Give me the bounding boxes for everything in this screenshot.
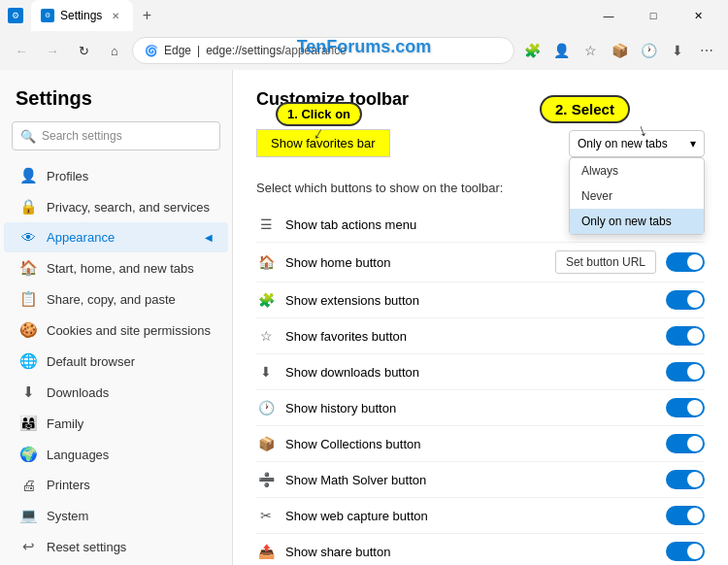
sidebar-icon-cookies: 🍪 [19, 321, 37, 339]
select-annotation: 2. Select [540, 95, 630, 123]
address-input[interactable]: 🌀 Edge | edge://settings/appearance [132, 37, 514, 64]
row-icon-downloads-btn: ⬇ [256, 362, 276, 382]
sidebar-icon-default-browser: 🌐 [19, 352, 37, 370]
downloads-toolbar-icon[interactable]: ⬇ [664, 37, 691, 64]
home-nav-button[interactable]: ⌂ [101, 37, 128, 64]
sidebar-item-printers[interactable]: 🖨 Printers [4, 470, 228, 500]
new-tab-button[interactable]: + [133, 2, 160, 29]
window-controls: — □ ✕ [586, 0, 720, 31]
sidebar-label-downloads: Downloads [47, 385, 109, 400]
toggle-web-capture[interactable] [666, 506, 705, 525]
settings-tab[interactable]: ⚙ Settings ✕ [31, 0, 133, 31]
row-icon-share: 📤 [256, 542, 276, 561]
toggle-extensions[interactable] [666, 290, 705, 310]
sidebar-icon-privacy: 🔒 [19, 198, 37, 216]
content-area: Customize toolbar Show favorites bar 1. … [233, 70, 728, 565]
main-layout: Settings 🔍 Search settings 👤 Profiles 🔒 … [0, 70, 728, 565]
tab-favicon: ⚙ [41, 9, 54, 22]
toggle-favorites[interactable] [666, 326, 705, 346]
history-toolbar-icon[interactable]: 🕐 [635, 37, 662, 64]
chevron-down-icon: ▾ [690, 137, 696, 150]
sidebar-label-system: System [47, 509, 88, 523]
forward-button[interactable]: → [39, 37, 66, 64]
toolbar-rows-container: ☰ Show tab actions menu 🏠 Show home butt… [256, 207, 705, 565]
toggle-share[interactable] [666, 542, 705, 561]
title-bar-left: ⚙ [8, 8, 23, 23]
sidebar-icon-system: 💻 [19, 507, 37, 524]
search-box[interactable]: 🔍 Search settings [12, 121, 220, 150]
sidebar-item-default-browser[interactable]: 🌐 Default browser [4, 346, 228, 377]
title-bar: ⚙ ⚙ Settings ✕ + — □ ✕ [0, 0, 728, 31]
sidebar-icon-profiles: 👤 [19, 167, 37, 184]
sidebar-item-start-home[interactable]: 🏠 Start, home, and new tabs [4, 252, 228, 283]
close-button[interactable]: ✕ [676, 0, 720, 31]
sidebar-item-cookies[interactable]: 🍪 Cookies and site permissions [4, 315, 228, 346]
sidebar-label-family: Family [47, 416, 83, 431]
row-icon-math-solver: ➗ [256, 470, 276, 489]
sidebar-items-list: 👤 Profiles 🔒 Privacy, search, and servic… [0, 160, 232, 565]
dropdown-option-always[interactable]: Always [570, 158, 704, 183]
row-icon-home-button: 🏠 [256, 252, 276, 272]
tab-area: ⚙ Settings ✕ + [31, 0, 582, 31]
sidebar-label-printers: Printers [47, 478, 90, 492]
address-url: edge://settings/appearance [206, 44, 347, 57]
tab-close-button[interactable]: ✕ [108, 8, 123, 23]
toggle-history[interactable] [666, 398, 705, 417]
row-icon-web-capture: ✂ [256, 506, 276, 525]
dropdown-option-only-new-tabs[interactable]: Only on new tabs [570, 209, 704, 234]
sidebar-icon-printers: 🖨 [19, 477, 37, 493]
set-url-button[interactable]: Set button URL [555, 250, 656, 274]
toggle-collections[interactable] [666, 434, 705, 453]
sidebar-icon-family: 👨‍👩‍👧 [19, 415, 37, 432]
sidebar-icon-appearance: 👁 [19, 229, 37, 246]
extensions-toolbar-icon[interactable]: 🧩 [518, 37, 546, 64]
edge-address-icon: 🌀 [145, 45, 158, 57]
row-label-collections: Show Collections button [285, 437, 656, 451]
maximize-button[interactable]: □ [631, 0, 676, 31]
back-button[interactable]: ← [8, 37, 35, 64]
toggle-math-solver[interactable] [666, 470, 705, 489]
sidebar-item-family[interactable]: 👨‍👩‍👧 Family [4, 408, 228, 439]
edge-window-icon: ⚙ [8, 8, 23, 23]
row-label-history: Show history button [285, 401, 656, 415]
sidebar-icon-languages: 🌍 [19, 446, 37, 463]
address-edge-label: Edge [164, 44, 191, 57]
settings-toolbar-icon[interactable]: ⋯ [693, 37, 720, 64]
row-icon-favorites: ☆ [256, 326, 276, 346]
sidebar-label-share-copy: Share, copy, and paste [47, 292, 176, 307]
favorites-toolbar-icon[interactable]: ☆ [577, 37, 604, 64]
sidebar-item-profiles[interactable]: 👤 Profiles [4, 160, 228, 191]
sidebar-item-reset[interactable]: ↩ Reset settings [4, 531, 228, 562]
sidebar-item-system[interactable]: 💻 System [4, 500, 228, 531]
sidebar-label-appearance: Appearance [47, 230, 115, 245]
sidebar-label-start-home: Start, home, and new tabs [47, 261, 194, 276]
toggle-home-button[interactable] [666, 252, 705, 272]
tab-label: Settings [60, 9, 102, 22]
row-label-web-capture: Show web capture button [285, 509, 656, 523]
toolbar-row-extensions: 🧩 Show extensions button [256, 282, 705, 318]
sidebar-item-languages[interactable]: 🌍 Languages [4, 439, 228, 470]
address-bar: ← → ↻ ⌂ 🌀 Edge | edge://settings/appeara… [0, 31, 728, 70]
dropdown-option-never[interactable]: Never [570, 183, 704, 209]
sidebar-icon-share-copy: 📋 [19, 290, 37, 308]
sidebar-item-downloads[interactable]: ⬇ Downloads [4, 377, 228, 408]
sidebar-item-privacy[interactable]: 🔒 Privacy, search, and services [4, 191, 228, 222]
address-separator: | [197, 44, 200, 57]
toolbar-row-web-capture: ✂ Show web capture button [256, 498, 705, 534]
toolbar-row-favorites: ☆ Show favorites button [256, 318, 705, 354]
sidebar: Settings 🔍 Search settings 👤 Profiles 🔒 … [0, 70, 233, 565]
minimize-button[interactable]: — [586, 0, 631, 31]
toggle-downloads-btn[interactable] [666, 362, 705, 382]
sidebar-item-share-copy[interactable]: 📋 Share, copy, and paste [4, 283, 228, 315]
sidebar-item-appearance[interactable]: 👁 Appearance ◀ [4, 222, 228, 252]
collections-toolbar-icon[interactable]: 📦 [606, 37, 633, 64]
row-icon-history: 🕐 [256, 398, 276, 417]
row-label-favorites: Show favorites button [285, 329, 656, 344]
refresh-button[interactable]: ↻ [70, 37, 97, 64]
favorites-bar-section: Show favorites bar 1. Click on ↓ 2. Sele… [256, 129, 705, 157]
sidebar-icon-downloads: ⬇ [19, 383, 37, 401]
search-icon: 🔍 [20, 129, 36, 144]
row-icon-tab-actions: ☰ [256, 215, 276, 234]
profile-toolbar-icon[interactable]: 👤 [547, 37, 575, 64]
favorites-dropdown-button[interactable]: Only on new tabs ▾ [569, 130, 705, 157]
